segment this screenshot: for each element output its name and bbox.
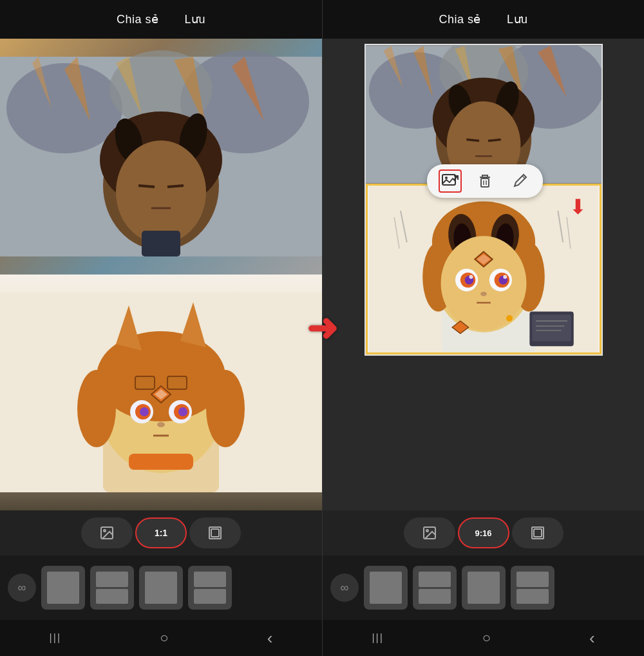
left-panel: Chia sẻ Lưu: [0, 0, 322, 656]
right-ratio-9x16-button[interactable]: 9:16: [458, 517, 509, 548]
left-templates-strip: ∞: [0, 555, 322, 620]
ratio-1x1-label: 1:1: [155, 528, 167, 538]
right-share-button[interactable]: Chia sẻ: [439, 12, 481, 26]
left-menu-nav-button[interactable]: |||: [50, 632, 61, 644]
left-template-1[interactable]: [41, 566, 85, 610]
svg-point-91: [469, 275, 473, 279]
right-image-icon: [422, 525, 437, 541]
right-menu-nav-button[interactable]: |||: [372, 632, 383, 644]
right-template-3[interactable]: [462, 566, 506, 610]
right-image-tool-button[interactable]: [404, 517, 455, 548]
svg-point-23: [206, 370, 245, 447]
svg-rect-106: [534, 529, 542, 537]
left-template-4[interactable]: [188, 566, 232, 610]
right-bottom-toolbar: 9:16: [323, 510, 644, 555]
svg-point-84: [440, 236, 526, 331]
left-frame-button[interactable]: [189, 517, 241, 548]
left-image-stack: [0, 39, 322, 510]
right-save-button[interactable]: Lưu: [507, 12, 528, 26]
right-infinity-button[interactable]: ∞: [330, 574, 359, 602]
svg-rect-27: [167, 376, 187, 389]
svg-point-33: [178, 407, 187, 416]
left-save-button[interactable]: Lưu: [185, 12, 206, 26]
replace-image-icon: [441, 172, 459, 190]
left-image-top[interactable]: [0, 39, 322, 275]
svg-rect-64: [481, 178, 489, 187]
ratio-9x16-label: 9:16: [475, 528, 491, 538]
svg-line-57: [466, 140, 479, 141]
left-template-2[interactable]: [90, 566, 134, 610]
svg-line-14: [138, 186, 155, 187]
right-template-2[interactable]: [413, 566, 457, 610]
left-image-tool-button[interactable]: [81, 517, 133, 548]
image-toolbar-popup: [427, 164, 543, 198]
left-bottom-toolbar: 1:1: [0, 510, 322, 555]
svg-rect-98: [532, 314, 571, 341]
frame-icon: [207, 525, 223, 541]
left-header: Chia sẻ Lưu: [0, 0, 322, 39]
svg-point-22: [77, 370, 116, 447]
left-nav-bar: ||| ○ ‹: [0, 620, 322, 656]
right-templates-strip: ∞: [323, 555, 644, 620]
svg-point-92: [503, 275, 507, 279]
svg-point-104: [426, 530, 428, 532]
svg-point-62: [445, 177, 448, 179]
left-share-button[interactable]: Chia sẻ: [117, 12, 159, 26]
delete-image-button[interactable]: [473, 169, 497, 193]
top-character-illustration: [0, 39, 322, 275]
right-template-1[interactable]: [364, 566, 408, 610]
right-nav-bar: ||| ○ ‹: [323, 620, 644, 656]
svg-point-13: [116, 140, 206, 244]
comic-layout-container: ⬇: [365, 44, 603, 356]
svg-point-40: [104, 530, 106, 532]
edit-image-button[interactable]: [508, 169, 531, 193]
svg-rect-26: [135, 376, 155, 389]
svg-point-21: [97, 331, 225, 421]
svg-line-58: [488, 140, 500, 141]
comic-top-image[interactable]: [366, 45, 601, 184]
replace-image-button[interactable]: [439, 169, 462, 193]
right-frame-icon: [530, 525, 545, 541]
svg-line-15: [167, 186, 184, 187]
right-home-nav-button[interactable]: ○: [482, 630, 491, 646]
left-home-nav-button[interactable]: ○: [160, 630, 168, 646]
right-header: Chia sẻ Lưu: [323, 0, 644, 39]
svg-point-93: [480, 292, 487, 296]
comic-bottom-image[interactable]: ⬇: [366, 184, 601, 354]
svg-point-34: [157, 422, 165, 427]
left-image-bottom[interactable]: [0, 275, 322, 510]
svg-point-32: [140, 407, 149, 416]
connector-dot: [506, 315, 513, 322]
right-panel: Chia sẻ Lưu: [322, 0, 644, 656]
comic-top-svg: [366, 45, 601, 184]
delete-icon: [476, 172, 494, 190]
image-icon: [99, 525, 115, 541]
svg-point-1: [6, 63, 122, 153]
right-template-4[interactable]: [511, 566, 554, 610]
left-ratio-1x1-button[interactable]: 1:1: [135, 517, 187, 548]
left-template-3[interactable]: [139, 566, 183, 610]
edit-icon: [511, 172, 529, 190]
right-canvas: ⬇: [323, 39, 644, 510]
left-back-nav-button[interactable]: ‹: [267, 628, 273, 648]
svg-rect-17: [142, 231, 180, 256]
right-frame-button[interactable]: [512, 517, 564, 548]
svg-rect-42: [211, 529, 219, 537]
left-infinity-button[interactable]: ∞: [8, 574, 36, 602]
bottom-character-illustration: [0, 275, 322, 510]
svg-rect-36: [129, 454, 193, 470]
scroll-down-arrow: ⬇: [569, 195, 587, 219]
left-canvas: [0, 39, 322, 510]
comic-bottom-svg: [368, 186, 600, 352]
right-back-nav-button[interactable]: ‹: [589, 628, 595, 648]
